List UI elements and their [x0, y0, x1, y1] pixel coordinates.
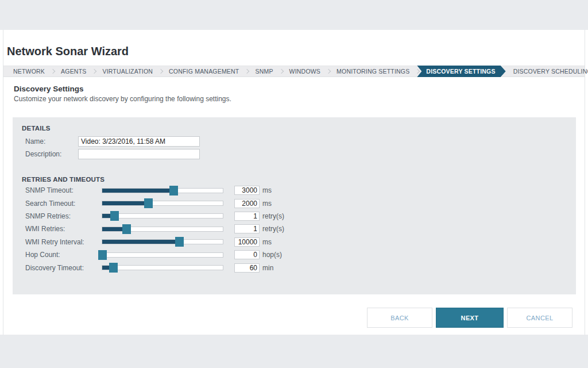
- wizard-buttons: BACK NEXT CANCEL: [367, 308, 572, 328]
- slider-row: Discovery Timeout:min: [22, 261, 576, 274]
- slider-value-input[interactable]: [234, 237, 260, 247]
- slider-track[interactable]: [102, 227, 223, 232]
- slider-value-input[interactable]: [234, 224, 260, 233]
- slider-label: Hop Count:: [22, 251, 102, 259]
- description-input[interactable]: [78, 149, 200, 159]
- breadcrumb-step-snmp[interactable]: SNMP: [249, 66, 279, 76]
- slider-track[interactable]: [102, 265, 223, 270]
- slider-track[interactable]: [102, 188, 223, 193]
- slider-track[interactable]: [102, 239, 223, 244]
- slider-thumb[interactable]: [110, 211, 119, 221]
- slider-unit-label: ms: [262, 200, 272, 208]
- slider-unit-label: retry(s): [262, 225, 284, 233]
- slider-label: WMI Retry Interval:: [22, 238, 102, 246]
- slider-unit-label: min: [262, 264, 273, 272]
- slider-unit-label: ms: [262, 238, 272, 246]
- breadcrumb-step-agents[interactable]: AGENTS: [55, 66, 92, 76]
- breadcrumb-step-windows[interactable]: WINDOWS: [283, 66, 327, 76]
- slider-label: SNMP Timeout:: [22, 186, 102, 194]
- slider-fill: [102, 240, 179, 244]
- slider-value-input[interactable]: [234, 186, 260, 195]
- slider-label: WMI Retries:: [22, 225, 102, 233]
- slider-fill: [102, 201, 148, 205]
- name-input[interactable]: [78, 136, 200, 147]
- slider-label: Search Timeout:: [22, 200, 102, 208]
- slider-row: SNMP Timeout:ms: [22, 184, 576, 197]
- slider-thumb[interactable]: [122, 224, 131, 234]
- slider-thumb[interactable]: [144, 198, 153, 208]
- slider-unit-label: retry(s): [262, 212, 284, 220]
- retries-header: RETRIES AND TIMEOUTS: [22, 176, 576, 183]
- slider-thumb[interactable]: [175, 237, 184, 247]
- breadcrumb-step-config-management[interactable]: CONFIG MANAGEMENT: [163, 66, 245, 76]
- slider-value-input[interactable]: [234, 263, 260, 273]
- breadcrumb-step-discovery-settings[interactable]: DISCOVERY SETTINGS: [417, 66, 505, 77]
- breadcrumb: NETWORKAGENTSVIRTUALIZATIONCONFIG MANAGE…: [3, 66, 585, 77]
- section-subtitle: Customize your network discovery by conf…: [14, 95, 585, 103]
- slider-thumb[interactable]: [169, 186, 178, 195]
- slider-value-input[interactable]: [234, 212, 260, 221]
- slider-unit-label: ms: [262, 186, 272, 194]
- slider-track[interactable]: [102, 201, 223, 206]
- breadcrumb-step-monitoring-settings[interactable]: MONITORING SETTINGS: [330, 66, 416, 76]
- chevron-right-icon: [415, 69, 420, 74]
- breadcrumb-step-virtualization[interactable]: VIRTUALIZATION: [96, 66, 159, 76]
- description-label: Description:: [22, 150, 78, 158]
- bottom-band: [0, 335, 588, 368]
- breadcrumb-step-discovery-scheduling[interactable]: DISCOVERY SCHEDULING: [507, 66, 588, 76]
- slider-label: Discovery Timeout:: [22, 264, 102, 272]
- slider-thumb[interactable]: [98, 250, 107, 260]
- slider-row: Search Timeout:ms: [22, 197, 576, 209]
- wizard-page: Network Sonar Wizard NETWORKAGENTSVIRTUA…: [3, 30, 585, 335]
- slider-row: WMI Retry Interval:ms: [22, 236, 576, 248]
- section-heading: Discovery Settings: [14, 85, 585, 93]
- page-title: Network Sonar Wizard: [3, 30, 585, 57]
- description-field-row: Description:: [22, 148, 576, 160]
- slider-track[interactable]: [102, 213, 223, 218]
- slider-fill: [102, 189, 173, 193]
- breadcrumb-step-network[interactable]: NETWORK: [7, 66, 51, 76]
- slider-rows: SNMP Timeout:msSearch Timeout:msSNMP Ret…: [22, 184, 576, 274]
- slider-row: SNMP Retries:retry(s): [22, 210, 576, 223]
- slider-unit-label: hop(s): [262, 251, 282, 259]
- slider-label: SNMP Retries:: [22, 212, 102, 220]
- slider-row: WMI Retries:retry(s): [22, 223, 576, 235]
- slider-row: Hop Count:hop(s): [22, 248, 576, 261]
- slider-value-input[interactable]: [234, 199, 260, 208]
- slider-track[interactable]: [102, 252, 223, 258]
- details-header: DETAILS: [22, 125, 576, 132]
- name-label: Name:: [22, 137, 78, 145]
- slider-thumb[interactable]: [109, 263, 118, 273]
- next-button[interactable]: NEXT: [436, 308, 504, 328]
- top-band: [0, 0, 588, 30]
- slider-value-input[interactable]: [234, 250, 260, 259]
- name-field-row: Name:: [22, 135, 576, 148]
- settings-panel: DETAILS Name: Description: RETRIES AND T…: [13, 117, 576, 294]
- back-button[interactable]: BACK: [367, 308, 432, 328]
- cancel-button[interactable]: CANCEL: [507, 308, 572, 328]
